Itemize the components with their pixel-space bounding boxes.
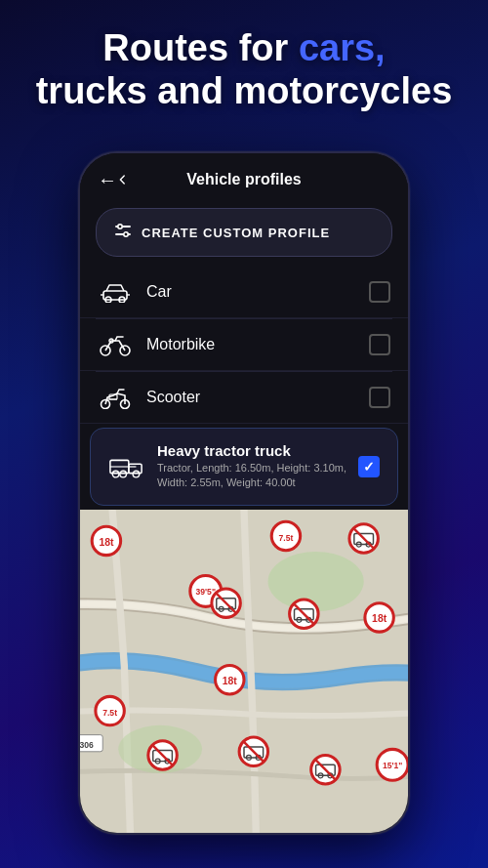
svg-text:18t: 18t: [99, 537, 114, 548]
svg-text:15'1": 15'1": [383, 761, 402, 770]
motorbike-label: Motorbike: [146, 336, 369, 353]
nav-bar: Vehicle profiles: [80, 153, 408, 202]
scooter-icon: [98, 386, 133, 409]
phone-inner: Vehicle profiles CREATE CUSTOM PROFILE: [80, 153, 408, 833]
header-line1: Routes for cars,: [102, 27, 385, 68]
svg-point-20: [133, 471, 140, 477]
svg-rect-4: [103, 291, 127, 300]
car-checkbox[interactable]: [369, 281, 390, 303]
svg-text:18t: 18t: [223, 676, 238, 686]
car-profile-item[interactable]: Car: [80, 267, 408, 318]
motorbike-profile-item[interactable]: Motorbike: [80, 319, 408, 371]
sliders-icon: [114, 222, 132, 243]
svg-rect-16: [129, 464, 142, 473]
header-title: Routes for cars, trucks and motorcycles: [0, 27, 488, 112]
car-icon: [98, 280, 133, 304]
truck-profile-item[interactable]: Heavy tractor truck Tractor, Length: 16.…: [90, 428, 398, 506]
svg-point-22: [268, 552, 364, 611]
svg-text:18t: 18t: [372, 613, 387, 624]
nav-title: Vehicle profiles: [186, 171, 301, 188]
motorbike-checkbox[interactable]: [369, 334, 390, 355]
back-icon: [117, 171, 127, 188]
map-svg: B306 18t 7.5t 39'5": [80, 510, 408, 833]
map-area: B306 18t 7.5t 39'5": [80, 510, 408, 833]
truck-icon: [108, 455, 143, 478]
sliders-svg-icon: [114, 222, 132, 239]
scooter-label: Scooter: [146, 389, 369, 406]
truck-label: Heavy tractor truck: [157, 442, 358, 459]
back-button[interactable]: [98, 165, 127, 194]
svg-point-1: [118, 225, 122, 228]
phone-mockup: Vehicle profiles CREATE CUSTOM PROFILE: [78, 151, 410, 835]
scooter-svg-icon: [98, 386, 133, 409]
svg-text:B306: B306: [80, 740, 94, 750]
car-label: Car: [146, 283, 369, 301]
svg-text:7.5t: 7.5t: [279, 533, 294, 543]
truck-info: Heavy tractor truck Tractor, Length: 16.…: [157, 442, 358, 491]
create-profile-label: CREATE CUSTOM PROFILE: [142, 226, 330, 240]
scooter-profile-item[interactable]: Scooter: [80, 372, 408, 424]
truck-svg-icon: [108, 454, 143, 479]
scooter-checkbox[interactable]: [369, 387, 390, 408]
motorbike-icon: [98, 333, 133, 356]
svg-point-3: [124, 232, 128, 236]
motorbike-svg-icon: [98, 333, 133, 356]
create-custom-profile-button[interactable]: CREATE CUSTOM PROFILE: [96, 208, 392, 257]
header-highlight: cars,: [299, 27, 386, 68]
svg-point-19: [120, 471, 127, 477]
svg-text:7.5t: 7.5t: [102, 708, 117, 718]
truck-checkbox[interactable]: [358, 456, 380, 477]
car-svg-icon: [99, 281, 132, 303]
svg-point-18: [112, 471, 119, 477]
truck-sublabel: Tractor, Length: 16.50m, Height: 3.10m, …: [157, 461, 358, 491]
header-line2: trucks and motorcycles: [36, 70, 453, 111]
